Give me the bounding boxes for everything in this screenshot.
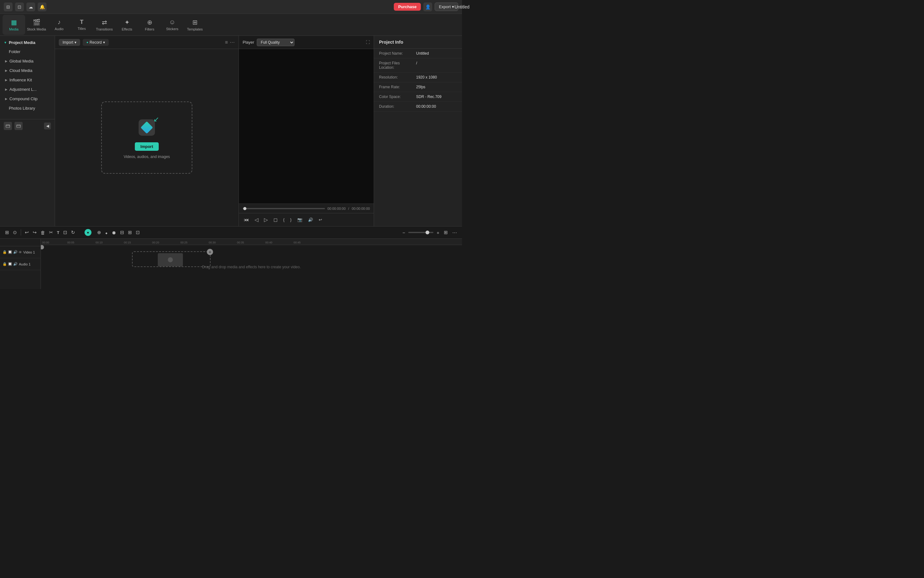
text-button[interactable]: T [55, 230, 61, 235]
tab-filters[interactable]: ⊕ Filters [138, 15, 161, 35]
timeline-track-labels: 🔒 🔲 🔊 👁 Video 1 🔒 🔲 🔊 Audio 1 [0, 239, 41, 289]
import-drop-button[interactable]: Import [135, 142, 159, 151]
add-folder-button[interactable] [4, 122, 12, 130]
effects-icon: ✦ [124, 18, 130, 26]
track-lock-icon[interactable]: 🔒 [3, 250, 7, 254]
filter-timeline-button[interactable]: ⊕ [96, 229, 102, 236]
marker-button[interactable]: ⬥ [104, 229, 109, 236]
add-clip-button[interactable]: ⊞ [4, 229, 10, 236]
media-content: ↙ Import Videos, audios, and images [55, 49, 239, 226]
sidebar-item-influence-kit[interactable]: ▶ Influence Kit [1, 75, 54, 84]
tab-transitions[interactable]: ⇄ Transitions [93, 15, 116, 35]
record-timeline-button[interactable]: ⏺ [110, 229, 117, 236]
audio-track-label: Audio 1 [19, 262, 31, 266]
window-control-cloud[interactable]: ☁ [26, 3, 35, 11]
sidebar-item-global-media[interactable]: ▶ Global Media [1, 57, 54, 66]
cut-button[interactable]: ✂ [48, 229, 54, 236]
chevron-right-icon: ▶ [5, 69, 8, 72]
tab-stickers[interactable]: ☺ Stickers [161, 15, 184, 35]
window-control-minimize[interactable]: ⊟ [4, 3, 13, 11]
undo-button[interactable]: ↩ [317, 217, 324, 223]
undo-button[interactable]: ↩ [24, 229, 30, 236]
ruler-mark-8: 00:40 [265, 241, 272, 244]
stop-button[interactable]: ◻ [272, 216, 279, 223]
video-track-label: Video 1 [23, 250, 35, 254]
track-hide-icon[interactable]: 🔲 [8, 250, 12, 254]
zoom-out-button[interactable]: − [401, 229, 407, 236]
timeline-zoom-controls: − + ⊞ ⋯ [401, 229, 458, 236]
grid-view-button[interactable]: ⊞ [442, 229, 449, 236]
record-dot-icon: ● [86, 41, 88, 44]
ruler-mark-6: 00:30 [209, 241, 216, 244]
audio-track-lock-icon[interactable]: 🔒 [3, 262, 7, 266]
tab-titles[interactable]: T Titles [70, 15, 93, 35]
import-drop-zone[interactable]: ↙ Import Videos, audios, and images [101, 101, 192, 174]
audio-button[interactable]: 🔊 [307, 217, 314, 223]
link-clip-button[interactable]: ⊙ [11, 229, 18, 236]
quality-select[interactable]: Full Quality Half Quality Quarter Qualit… [257, 39, 294, 46]
more-timeline-options[interactable]: ⋯ [451, 229, 458, 236]
user-avatar[interactable]: 👤 [423, 3, 432, 11]
timeline: ⊞ ⊙ ↩ ↪ 🗑 ✂ T ⊡ ↻ ● ⊕ ⬥ ⏺ ⊟ ⊞ ⊡ − + [0, 226, 462, 289]
mark-in-button[interactable]: { [282, 217, 286, 223]
window-control-restore[interactable]: ⊡ [15, 3, 24, 11]
purchase-button[interactable]: Purchase [394, 3, 421, 11]
track-solo-icon[interactable]: 👁 [18, 250, 22, 254]
crop-button[interactable]: ⊡ [62, 229, 68, 236]
freeze-frame-button[interactable]: ⊞ [127, 229, 133, 236]
tab-effects[interactable]: ✦ Effects [116, 15, 138, 35]
mark-out-button[interactable]: } [289, 217, 293, 223]
audio-track-hide-icon[interactable]: 🔲 [8, 262, 12, 266]
zoom-slider[interactable] [408, 232, 433, 233]
remove-folder-button[interactable] [15, 122, 23, 130]
split-button[interactable]: ⊟ [119, 229, 125, 236]
tab-stock-media[interactable]: 🎬 Stock Media [25, 15, 48, 35]
frame-back-button[interactable]: ◁ [253, 216, 260, 223]
scrubber-track[interactable] [242, 208, 325, 209]
sidebar-collapse-button[interactable]: ◀ [44, 122, 51, 130]
top-bar: ⊟ ⊡ ☁ 🔔 Untitled Purchase 👤 Export ▾ [0, 0, 462, 14]
timeline-content[interactable]: + Drag and drop media and effects here t… [41, 245, 462, 289]
media-icon: ▦ [11, 18, 17, 26]
sidebar-item-cloud-media[interactable]: ▶ Cloud Media [1, 66, 54, 75]
skip-back-button[interactable]: ⏮ [242, 216, 250, 223]
ruler-spacer [0, 240, 41, 246]
playhead[interactable] [41, 245, 42, 289]
timeline-body: 🔒 🔲 🔊 👁 Video 1 🔒 🔲 🔊 Audio 1 00:00 [0, 239, 462, 289]
player-label: Player [242, 40, 254, 45]
audio-track-mute-icon[interactable]: 🔊 [13, 262, 18, 266]
playhead-handle[interactable] [41, 245, 44, 249]
sidebar-item-compound-clip[interactable]: ▶ Compound Clip [1, 94, 54, 103]
snap-active-button[interactable]: ● [85, 229, 91, 236]
info-row-name: Project Name: Untitled [374, 49, 462, 58]
redo-button[interactable]: ↪ [31, 229, 38, 236]
current-time: 00:00:00:00 [327, 207, 346, 211]
record-button[interactable]: ● Record ▾ [83, 39, 109, 46]
tab-templates[interactable]: ⊞ Templates [184, 15, 206, 35]
track-mute-icon[interactable]: 🔊 [13, 250, 18, 254]
sidebar-item-photos-library[interactable]: Photos Library [1, 104, 54, 113]
sidebar-item-adjustment-layer[interactable]: ▶ Adjustment L... [1, 85, 54, 94]
filter-icon[interactable]: ≡ [225, 40, 228, 45]
scrubber-thumb[interactable] [243, 207, 246, 210]
sidebar-item-folder[interactable]: Folder [1, 47, 54, 56]
delete-button[interactable]: 🗑 [39, 229, 47, 236]
ruler-mark-0: 00:00 [42, 241, 49, 244]
play-button[interactable]: ▷ [263, 216, 269, 223]
import-arrow-icon: ↙ [153, 115, 159, 123]
more-options-icon[interactable]: ⋯ [230, 39, 235, 45]
rotate-button[interactable]: ↻ [70, 229, 76, 236]
sidebar: ▼ Project Media Folder ▶ Global Media ▶ … [0, 36, 55, 226]
zoom-thumb[interactable] [426, 231, 429, 234]
stabilize-button[interactable]: ⊡ [135, 229, 141, 236]
sidebar-header-project-media[interactable]: ▼ Project Media [0, 38, 55, 47]
chevron-right-icon: ▶ [5, 78, 8, 82]
tab-media[interactable]: ▦ Media [3, 15, 25, 35]
window-control-notifications[interactable]: 🔔 [38, 3, 47, 11]
snapshot-icon[interactable]: 📷 [296, 217, 304, 223]
tab-audio[interactable]: ♪ Audio [48, 15, 70, 35]
import-button[interactable]: Import ▾ [59, 39, 80, 46]
stickers-icon: ☺ [169, 18, 176, 26]
zoom-in-button[interactable]: + [435, 229, 441, 236]
fullscreen-icon[interactable]: ⛶ [366, 40, 370, 45]
